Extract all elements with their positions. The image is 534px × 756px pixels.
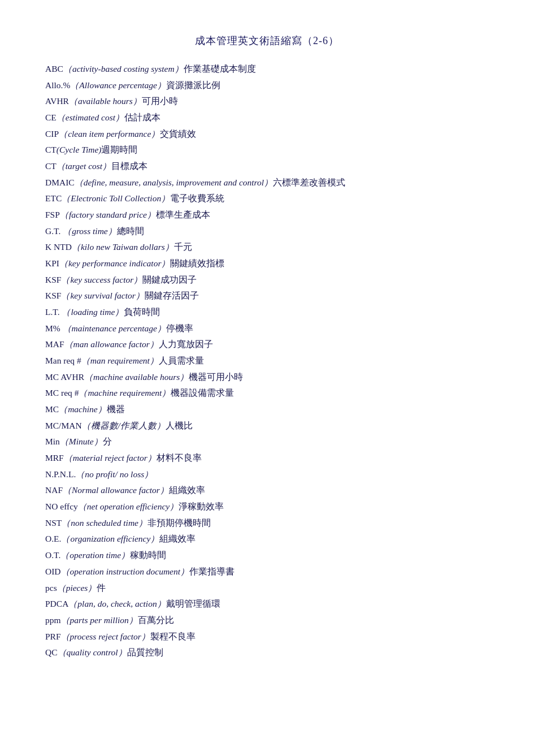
term-chinese: 機器 bbox=[107, 404, 125, 414]
term-chinese: 千元 bbox=[174, 242, 192, 252]
term-abbreviation: CE bbox=[45, 113, 57, 122]
term-chinese: 材料不良率 bbox=[157, 453, 202, 463]
list-item: NO effcy（net operation efficiency）淨稼動效率 bbox=[45, 499, 489, 515]
term-english: （pieces） bbox=[57, 583, 97, 593]
term-english: （key performance indicator） bbox=[59, 258, 170, 268]
term-chinese: 作業指導書 bbox=[189, 567, 235, 576]
term-chinese: 電子收費系統 bbox=[170, 193, 224, 203]
list-item: MC（machine）機器 bbox=[45, 401, 489, 418]
list-item: CIP（clean item performance）交貨績效 bbox=[45, 126, 489, 142]
term-english: （key survival factor） bbox=[61, 291, 144, 300]
term-chinese: 六標準差改善模式 bbox=[273, 178, 345, 187]
term-abbreviation: NO effcy bbox=[45, 502, 78, 511]
list-item: KSF（key survival factor）關鍵存活因子 bbox=[45, 288, 489, 304]
term-abbreviation: QC bbox=[45, 647, 58, 657]
term-english: （maintenance percentage） bbox=[60, 323, 166, 333]
term-abbreviation: G.T. bbox=[45, 226, 60, 236]
page-title: 成本管理英文術語縮寫（2-6） bbox=[45, 34, 489, 47]
term-english: （process reject factor） bbox=[61, 632, 150, 641]
list-item: CE（estimated cost）估計成本 bbox=[45, 110, 489, 126]
term-abbreviation: NST bbox=[45, 518, 62, 528]
term-english: （機器數/作業人數） bbox=[82, 421, 166, 430]
term-english: （man allowance factor） bbox=[64, 339, 159, 349]
term-english: （operation time） bbox=[60, 550, 130, 560]
term-chinese: 機器設備需求量 bbox=[171, 388, 234, 398]
list-item: L.T. （loading time）負荷時間 bbox=[45, 304, 489, 321]
term-abbreviation: L.T. bbox=[45, 307, 60, 317]
term-abbreviation: ABC bbox=[45, 64, 63, 74]
term-abbreviation: O.E. bbox=[45, 534, 61, 543]
term-abbreviation: CT bbox=[45, 161, 57, 171]
term-abbreviation: FSP bbox=[45, 210, 60, 219]
list-item: Min（Minute）分 bbox=[45, 434, 489, 450]
term-chinese: 組織效率 bbox=[169, 485, 205, 495]
term-abbreviation: N.P.N.L. bbox=[45, 469, 76, 479]
term-abbreviation: MRF bbox=[45, 453, 64, 463]
term-abbreviation: pcs bbox=[45, 583, 57, 593]
term-chinese: 週期時間 bbox=[101, 145, 137, 154]
term-abbreviation: O.T. bbox=[45, 550, 60, 560]
term-chinese: 關鍵績效指標 bbox=[170, 258, 224, 268]
term-chinese: 件 bbox=[97, 583, 106, 593]
term-english: （quality control） bbox=[58, 647, 127, 657]
term-chinese: 作業基礎成本制度 bbox=[184, 64, 256, 74]
term-chinese: 稼動時間 bbox=[130, 550, 166, 560]
term-abbreviation: K NTD bbox=[45, 242, 72, 252]
list-item: FSP（factory standard price）標準生產成本 bbox=[45, 207, 489, 223]
term-chinese: 停機率 bbox=[166, 323, 193, 333]
term-abbreviation: KSF bbox=[45, 275, 61, 284]
term-chinese: 戴明管理循環 bbox=[166, 599, 220, 608]
term-abbreviation: OID bbox=[45, 567, 61, 576]
list-item: CT（target cost）目標成本 bbox=[45, 158, 489, 175]
list-item: G.T. （gross time）總時間 bbox=[45, 223, 489, 240]
term-english: （Electronic Toll Collection） bbox=[62, 193, 170, 203]
term-chinese: 估計成本 bbox=[124, 113, 160, 122]
term-chinese: 品質控制 bbox=[127, 647, 163, 657]
term-chinese: 負荷時間 bbox=[124, 307, 160, 317]
term-abbreviation: DMAIC bbox=[45, 178, 75, 187]
term-english: （clean item performance） bbox=[59, 129, 160, 139]
term-chinese: 分 bbox=[103, 437, 112, 446]
list-item: MC AVHR（machine available hours）機器可用小時 bbox=[45, 369, 489, 386]
term-abbreviation: MAF bbox=[45, 339, 64, 349]
term-chinese: 人機比 bbox=[166, 421, 193, 430]
list-item: CT(Cycle Time)週期時間 bbox=[45, 142, 489, 158]
list-item: OID（operation instruction document）作業指導書 bbox=[45, 564, 489, 580]
term-english: （parts per million） bbox=[61, 615, 138, 625]
list-item: MRF（material reject factor）材料不良率 bbox=[45, 450, 489, 466]
list-item: MAF（man allowance factor）人力寬放因子 bbox=[45, 336, 489, 353]
term-english: (Cycle Time) bbox=[57, 145, 102, 154]
list-item: KSF（key success factor）關鍵成功因子 bbox=[45, 272, 489, 288]
term-abbreviation: CIP bbox=[45, 129, 59, 139]
list-item: MC req #（machine requirement）機器設備需求量 bbox=[45, 385, 489, 401]
term-english: （target cost） bbox=[57, 161, 111, 171]
term-abbreviation: CT bbox=[45, 145, 57, 154]
term-chinese: 淨稼動效率 bbox=[179, 502, 224, 511]
list-item: NST（non scheduled time）非預期停機時間 bbox=[45, 515, 489, 532]
list-item: DMAIC（define, measure, analysis, improve… bbox=[45, 175, 489, 191]
list-item: QC（quality control）品質控制 bbox=[45, 645, 489, 661]
term-english: （Allowance percentage） bbox=[70, 80, 166, 90]
term-english: （no profit/ no loss） bbox=[76, 469, 153, 479]
term-english: （gross time） bbox=[60, 226, 116, 236]
list-item: M% （maintenance percentage）停機率 bbox=[45, 321, 489, 337]
term-chinese: 總時間 bbox=[117, 226, 144, 236]
list-item: PDCA（plan, do, check, action）戴明管理循環 bbox=[45, 596, 489, 612]
term-english: （available hours） bbox=[69, 96, 142, 106]
term-english: （organization efficiency） bbox=[61, 534, 159, 543]
list-item: O.E.（organization efficiency）組織效率 bbox=[45, 531, 489, 547]
term-english: （man requirement） bbox=[81, 356, 159, 365]
term-abbreviation: ETC bbox=[45, 193, 62, 203]
term-chinese: 人員需求量 bbox=[159, 356, 204, 365]
term-abbreviation: MC req # bbox=[45, 388, 79, 398]
term-abbreviation: MC AVHR bbox=[45, 372, 84, 382]
term-chinese: 關鍵成功因子 bbox=[142, 275, 197, 284]
list-item: O.T.（operation time）稼動時間 bbox=[45, 547, 489, 564]
term-english: （material reject factor） bbox=[64, 453, 157, 463]
term-english: （non scheduled time） bbox=[62, 518, 147, 528]
term-chinese: 標準生產成本 bbox=[156, 210, 210, 219]
term-english: （net operation efficiency） bbox=[78, 502, 179, 511]
list-item: pcs（pieces）件 bbox=[45, 580, 489, 597]
term-chinese: 非預期停機時間 bbox=[147, 518, 211, 528]
list-item: NAF（Normal allowance factor）組織效率 bbox=[45, 482, 489, 499]
